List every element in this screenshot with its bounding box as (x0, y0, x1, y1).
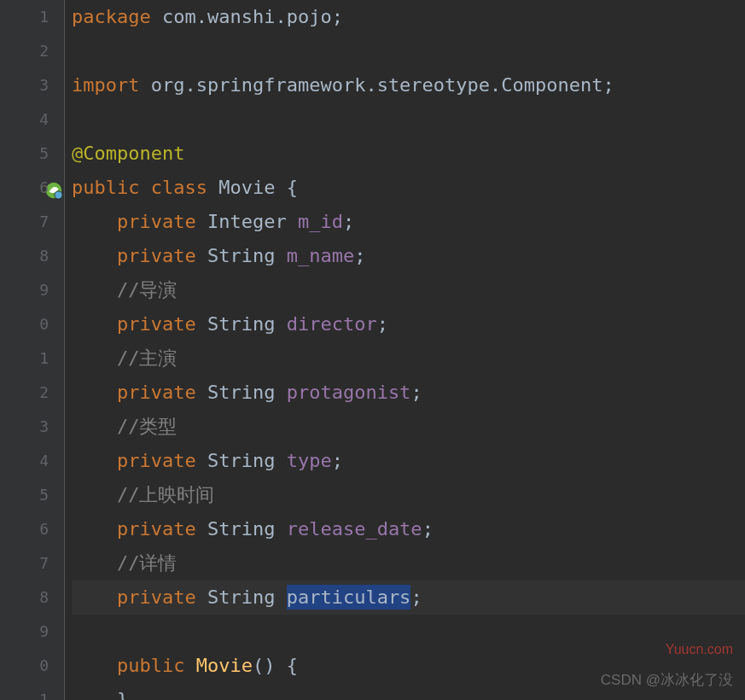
code-line[interactable]: //详情 (72, 546, 745, 580)
line-number: 0 (0, 307, 49, 341)
token-cmt: //导演 (117, 279, 178, 300)
token-cmt: //上映时间 (117, 484, 215, 505)
token-selected: particulars (287, 585, 411, 610)
token-plain: Integer (196, 211, 298, 232)
code-line[interactable]: //类型 (72, 410, 745, 444)
token-field: protagonist (287, 382, 411, 403)
token-plain: ; (603, 74, 614, 96)
code-line[interactable]: //主演 (72, 341, 745, 376)
token-plain: ; (377, 313, 388, 335)
token-plain: com.wanshi.pojo; (151, 6, 343, 27)
token-plain: } (117, 689, 128, 700)
token-plain: org.springframework.stereotype. (139, 74, 501, 96)
token-plain: String (196, 313, 287, 335)
line-number: 8 (0, 580, 49, 615)
token-cmt: //主演 (117, 347, 178, 369)
token-field: director (287, 313, 377, 335)
line-number: 4 (0, 444, 49, 478)
line-number: 6 (0, 171, 49, 205)
code-line[interactable]: private String director; (72, 307, 745, 341)
code-line[interactable]: import org.springframework.stereotype.Co… (72, 68, 745, 102)
token-kw: package (72, 6, 151, 27)
code-line[interactable]: //上映时间 (72, 478, 745, 512)
line-number: 0 (0, 649, 49, 683)
line-number: 4 (0, 102, 49, 137)
svg-point-1 (55, 191, 62, 199)
token-kw: private (117, 586, 196, 608)
token-plain: String (196, 245, 287, 266)
token-field: m_id (298, 211, 343, 232)
watermark-csdn: CSDN @冰冰化了没 (601, 670, 733, 690)
token-plain: Movie { (207, 177, 298, 198)
code-line[interactable]: private Integer m_id; (72, 205, 745, 239)
line-number: 1 (0, 341, 49, 376)
token-kw: private (117, 245, 196, 266)
code-line[interactable]: private String type; (72, 444, 745, 478)
token-kw: import (72, 74, 139, 96)
code-line[interactable]: public class Movie { (72, 171, 745, 205)
line-number: 9 (0, 273, 49, 307)
code-area[interactable]: package com.wanshi.pojo;import org.sprin… (65, 0, 745, 700)
token-field: type (287, 450, 332, 471)
code-editor[interactable]: 123456789012345678901 package com.wanshi… (0, 0, 745, 700)
code-line[interactable]: //导演 (72, 273, 745, 307)
token-kw: public class (72, 177, 207, 198)
line-number: 8 (0, 239, 49, 273)
code-line[interactable]: package com.wanshi.pojo; (72, 0, 745, 34)
code-line[interactable]: @Component (72, 137, 745, 171)
line-number: 5 (0, 478, 49, 512)
line-number: 1 (0, 0, 49, 34)
code-line[interactable]: private String particulars; (72, 580, 745, 615)
token-plain: ; (343, 211, 354, 232)
line-number: 9 (0, 615, 49, 649)
token-kw: private (117, 382, 196, 403)
token-kw: public (117, 655, 184, 676)
line-number: 1 (0, 683, 49, 700)
token-plain (184, 655, 195, 676)
token-plain: String (196, 586, 287, 608)
token-plain: ; (422, 518, 434, 540)
token-kw: private (117, 211, 196, 232)
code-line[interactable]: private String release_date; (72, 512, 745, 546)
token-field: release_date (287, 518, 422, 540)
token-kw: private (117, 450, 196, 471)
line-number: 6 (0, 512, 49, 546)
watermark-yuucn: Yuucn.com (666, 642, 733, 657)
token-plain: ; (410, 382, 422, 403)
token-method: Movie (196, 655, 253, 676)
code-line[interactable] (72, 102, 745, 137)
token-plain: String (196, 382, 287, 403)
token-plain: String (196, 450, 287, 471)
token-plain: ; (354, 245, 365, 266)
token-plain: String (196, 518, 287, 540)
token-cmt: //类型 (117, 416, 178, 437)
line-number: 5 (0, 137, 49, 171)
line-number: 2 (0, 34, 49, 68)
token-field: m_name (287, 245, 354, 266)
token-import-cls: Component (501, 74, 602, 96)
code-line[interactable]: private String protagonist; (72, 376, 745, 410)
token-plain: () { (253, 655, 298, 676)
line-number: 3 (0, 410, 49, 444)
token-kw: private (117, 518, 196, 540)
gutter: 123456789012345678901 (0, 0, 65, 700)
token-plain: ; (410, 586, 422, 608)
code-line[interactable]: private String m_name; (72, 239, 745, 273)
token-ann: @Component (72, 143, 184, 164)
token-plain: ; (332, 450, 343, 471)
token-kw: private (117, 313, 196, 335)
token-cmt: //详情 (117, 552, 178, 574)
line-number: 7 (0, 205, 49, 239)
code-line[interactable] (72, 34, 745, 68)
line-number: 3 (0, 68, 49, 102)
line-number: 7 (0, 546, 49, 580)
line-number: 2 (0, 376, 49, 410)
code-line[interactable] (72, 615, 745, 649)
